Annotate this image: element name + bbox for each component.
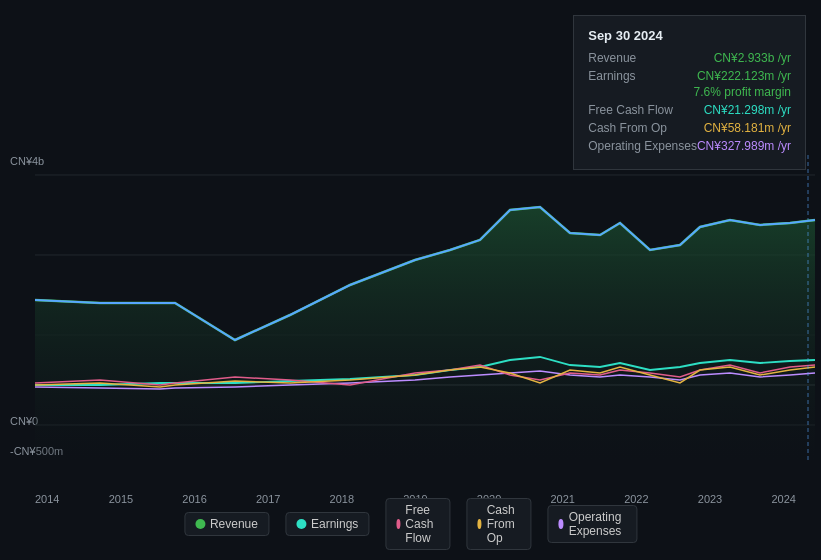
tooltip-fcf-label: Free Cash Flow [588,103,673,117]
tooltip-fcf-row: Free Cash Flow CN¥21.298m /yr [588,103,791,117]
x-label-2015: 2015 [109,493,133,505]
tooltip-opex-row: Operating Expenses CN¥327.989m /yr [588,139,791,153]
legend-opex-label: Operating Expenses [569,510,626,538]
tooltip-fcf-value: CN¥21.298m /yr [704,103,791,117]
tooltip-cashfromop-value: CN¥58.181m /yr [704,121,791,135]
tooltip-revenue-row: Revenue CN¥2.933b /yr [588,51,791,65]
tooltip-cashfromop-label: Cash From Op [588,121,667,135]
legend-opex-dot [558,519,563,529]
tooltip-opex-label: Operating Expenses [588,139,697,153]
legend-revenue-dot [195,519,205,529]
tooltip-revenue-label: Revenue [588,51,636,65]
tooltip-date: Sep 30 2024 [588,28,791,43]
legend-opex[interactable]: Operating Expenses [547,505,637,543]
tooltip-opex-value: CN¥327.989m /yr [697,139,791,153]
tooltip-profit-margin-row: 7.6% profit margin [588,85,791,99]
chart-legend: Revenue Earnings Free Cash Flow Cash Fro… [184,498,637,550]
legend-cashfromop[interactable]: Cash From Op [466,498,531,550]
x-label-2014: 2014 [35,493,59,505]
legend-earnings-dot [296,519,306,529]
data-tooltip: Sep 30 2024 Revenue CN¥2.933b /yr Earnin… [573,15,806,170]
tooltip-earnings-value: CN¥222.123m /yr [697,69,791,83]
tooltip-revenue-value: CN¥2.933b /yr [714,51,791,65]
legend-cashfromop-dot [477,519,481,529]
tooltip-cashfromop-row: Cash From Op CN¥58.181m /yr [588,121,791,135]
chart-svg [0,155,821,460]
legend-fcf[interactable]: Free Cash Flow [385,498,450,550]
legend-revenue-label: Revenue [210,517,258,531]
legend-earnings[interactable]: Earnings [285,512,369,536]
tooltip-profit-margin-text: 7.6% profit margin [694,85,791,99]
legend-cashfromop-label: Cash From Op [487,503,521,545]
tooltip-earnings-label: Earnings [588,69,635,83]
legend-fcf-dot [396,519,400,529]
legend-earnings-label: Earnings [311,517,358,531]
legend-revenue[interactable]: Revenue [184,512,269,536]
x-label-2023: 2023 [698,493,722,505]
x-label-2024: 2024 [771,493,795,505]
tooltip-earnings-row: Earnings CN¥222.123m /yr [588,69,791,83]
legend-fcf-label: Free Cash Flow [405,503,439,545]
svg-marker-6 [35,207,815,460]
